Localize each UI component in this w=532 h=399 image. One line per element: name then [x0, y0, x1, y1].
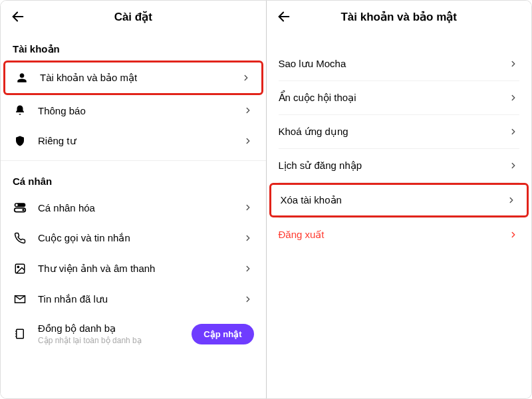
row-label: Lịch sử đăng nhập	[279, 160, 508, 172]
page-title: Tài khoản và bảo mật	[340, 10, 457, 24]
row-sync-contacts[interactable]: Đồng bộ danh bạ Cập nhật lại toàn bộ dan…	[1, 315, 266, 353]
account-security-screen: Tài khoản và bảo mật Sao lưu Mocha Ẩn cu…	[267, 1, 532, 398]
shield-icon	[13, 134, 27, 148]
row-personalize[interactable]: Cá nhân hóa	[1, 192, 266, 223]
contacts-icon	[13, 327, 27, 341]
toggle-icon	[13, 200, 27, 215]
row-notifications[interactable]: Thông báo	[1, 95, 266, 126]
row-login-history[interactable]: Lịch sử đăng nhập	[267, 149, 532, 182]
row-calls-messages[interactable]: Cuộc gọi và tin nhắn	[1, 223, 266, 253]
chevron-right-icon	[242, 135, 254, 147]
phone-icon	[13, 231, 27, 245]
image-icon	[13, 261, 27, 276]
row-label: Đồng bộ danh bạ	[38, 323, 192, 334]
header: Cài đặt	[1, 1, 266, 33]
row-label: Thông báo	[38, 105, 242, 116]
row-label: Thư viện ảnh và âm thanh	[38, 263, 242, 275]
svg-rect-7	[17, 329, 24, 338]
row-label: Cá nhân hóa	[38, 202, 242, 213]
row-delete-account[interactable]: Xóa tài khoản	[269, 183, 529, 217]
chevron-right-icon	[505, 194, 517, 206]
row-label: Cuộc gọi và tin nhắn	[38, 232, 242, 244]
divider	[1, 160, 266, 161]
svg-point-4	[22, 209, 24, 211]
chevron-right-icon	[242, 104, 254, 116]
row-label: Đăng xuất	[279, 229, 508, 241]
arrow-left-icon	[277, 9, 291, 24]
row-label: Xóa tài khoản	[281, 194, 506, 206]
row-saved-messages[interactable]: Tin nhắn đã lưu	[1, 284, 266, 315]
row-label: Riêng tư	[38, 135, 242, 147]
row-backup[interactable]: Sao lưu Mocha	[267, 47, 532, 80]
page-title: Cài đặt	[114, 10, 152, 24]
chevron-right-icon	[507, 92, 519, 104]
row-media-library[interactable]: Thư viện ảnh và âm thanh	[1, 253, 266, 284]
header: Tài khoản và bảo mật	[267, 1, 532, 33]
row-label: Tài khoản và bảo mật	[40, 72, 240, 84]
bell-icon	[13, 103, 27, 118]
row-label: Sao lưu Mocha	[279, 58, 508, 70]
chevron-right-icon	[507, 58, 519, 70]
chevron-right-icon	[507, 160, 519, 172]
section-header-account: Tài khoản	[1, 33, 266, 61]
chevron-right-icon	[242, 232, 254, 244]
chevron-right-icon	[242, 201, 254, 213]
chevron-right-icon	[242, 293, 254, 305]
envelope-icon	[13, 292, 27, 307]
row-hide-conversation[interactable]: Ẩn cuộc hội thoại	[267, 81, 532, 114]
row-label: Khoá ứng dụng	[279, 126, 508, 138]
section-header-personal: Cá nhân	[1, 165, 266, 192]
update-button[interactable]: Cập nhật	[192, 324, 253, 344]
person-icon	[15, 70, 29, 85]
svg-point-6	[17, 266, 19, 267]
back-button[interactable]	[10, 9, 26, 25]
chevron-right-icon	[507, 229, 519, 241]
chevron-right-icon	[507, 126, 519, 138]
row-privacy[interactable]: Riêng tư	[1, 126, 266, 156]
row-label: Tin nhắn đã lưu	[38, 293, 242, 305]
row-app-lock[interactable]: Khoá ứng dụng	[267, 115, 532, 148]
svg-point-3	[15, 204, 17, 206]
row-label: Ẩn cuộc hội thoại	[279, 92, 508, 104]
row-logout[interactable]: Đăng xuất	[267, 218, 532, 251]
row-account-security[interactable]: Tài khoản và bảo mật	[3, 61, 263, 95]
chevron-right-icon	[242, 263, 254, 275]
settings-screen: Cài đặt Tài khoản Tài khoản và bảo mật T…	[1, 1, 267, 398]
chevron-right-icon	[240, 72, 252, 84]
row-sublabel: Cập nhật lại toàn bộ danh bạ	[38, 336, 192, 345]
back-button[interactable]	[276, 9, 292, 25]
arrow-left-icon	[11, 9, 25, 24]
